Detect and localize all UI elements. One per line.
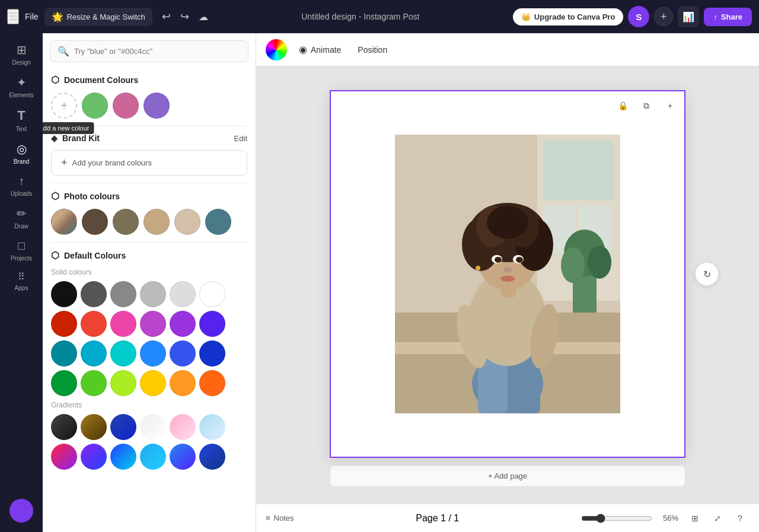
default-colours-icon: ⬡ (51, 250, 59, 261)
swatch-lightgreen[interactable] (81, 370, 107, 396)
swatch-lightgray[interactable] (140, 281, 166, 307)
swatch-verylightgray[interactable] (170, 281, 196, 307)
swatch-skyblue[interactable] (140, 340, 166, 367)
canvas-scroll-area[interactable]: 🔒 ⧉ + (256, 66, 759, 504)
svg-point-9 (561, 247, 585, 283)
zoom-slider-area: 56% (581, 514, 678, 523)
gradient-4[interactable] (140, 414, 166, 440)
color-wheel[interactable] (266, 39, 287, 60)
gradient-1[interactable] (51, 414, 77, 440)
swatch-yellowgreen[interactable] (110, 370, 136, 396)
grid-view-button[interactable]: ⊞ (685, 509, 704, 528)
gradient-11[interactable] (170, 444, 196, 470)
photo-colour-1[interactable] (82, 209, 108, 235)
search-icon: 🔍 (58, 46, 69, 57)
document-title: Untitled design - Instagram Post (214, 12, 507, 21)
swatch-teal[interactable] (51, 340, 77, 367)
swatch-black[interactable] (51, 281, 77, 307)
zoom-slider[interactable] (581, 514, 652, 523)
sidebar-item-uploads[interactable]: ↑ Uploads (0, 170, 43, 202)
sidebar-item-label-elements: Elements (9, 92, 34, 98)
gradient-8[interactable] (81, 444, 107, 470)
add-page-bar: + Add page (330, 458, 685, 487)
gradient-7[interactable] (51, 444, 77, 470)
notes-button[interactable]: ≡ Notes (266, 514, 294, 523)
design-icon: ⊞ (17, 43, 27, 57)
swatch-yellow[interactable] (140, 370, 166, 396)
swatch-gray[interactable] (110, 281, 136, 307)
sidebar-item-label-design: Design (12, 59, 30, 66)
redo-button[interactable]: ↪ (177, 8, 193, 26)
sidebar-item-draw[interactable]: ✏ Draw (0, 202, 43, 234)
main-area: ⊞ Design ✦ Elements T Text ◎ Brand ↑ Upl… (0, 33, 759, 532)
photo-colour-2[interactable] (113, 209, 139, 235)
sidebar-item-text[interactable]: T Text (0, 103, 43, 137)
swatch-red[interactable] (81, 311, 107, 337)
swatch-aqua[interactable] (110, 340, 136, 367)
zoom-percentage: 56% (657, 514, 678, 523)
swatch-cyan[interactable] (81, 340, 107, 367)
magic-switch-emoji: 🌟 (52, 11, 63, 23)
gradient-9[interactable] (110, 444, 136, 470)
gradient-10[interactable] (140, 444, 166, 470)
avatar-button[interactable]: S (628, 6, 649, 27)
text-icon: T (17, 108, 25, 123)
swatch-hotpink[interactable] (110, 311, 136, 337)
photo-colours-label: Photo colours (64, 192, 120, 201)
analytics-button[interactable]: 📊 (678, 6, 699, 27)
swatch-darkblue[interactable] (199, 340, 225, 367)
upgrade-button[interactable]: 👑 Upgrade to Canva Pro (513, 8, 624, 26)
canvas-toolbar: ◉ Animate Position (256, 33, 759, 66)
sidebar-item-brand[interactable]: ◎ Brand (0, 137, 43, 170)
sidebar-item-elements[interactable]: ✦ Elements (0, 71, 43, 103)
swatch-darkorange[interactable] (199, 370, 225, 396)
brand-icon: ◎ (17, 142, 27, 156)
sidebar-item-apps[interactable]: ⠿ Apps (0, 266, 43, 296)
doc-colour-3[interactable] (143, 93, 170, 119)
add-brand-colours-button[interactable]: + Add your brand colours (51, 150, 247, 176)
gradient-6[interactable] (199, 414, 225, 440)
doc-colour-1[interactable] (82, 93, 108, 119)
animate-button[interactable]: ◉ Animate (294, 40, 346, 59)
photo-colour-5[interactable] (205, 209, 231, 235)
swatch-orange[interactable] (170, 370, 196, 396)
position-button[interactable]: Position (353, 42, 392, 58)
sidebar-item-design[interactable]: ⊞ Design (0, 38, 43, 71)
gradient-5[interactable] (170, 414, 196, 440)
expand-icon-button[interactable]: + (661, 96, 680, 115)
photo-colour-3[interactable] (143, 209, 170, 235)
swatch-magenta[interactable] (140, 311, 166, 337)
share-button[interactable]: ↑ Share (704, 8, 752, 26)
add-new-colour-button[interactable]: + Add a new colour (51, 93, 77, 119)
photo-colour-photo[interactable] (51, 209, 77, 235)
help-button[interactable]: ? (731, 509, 750, 528)
swatch-darkred[interactable] (51, 311, 77, 337)
lock-icon-button[interactable]: 🔒 (613, 96, 632, 115)
doc-colour-2[interactable] (113, 93, 139, 119)
sidebar-item-projects[interactable]: □ Projects (0, 234, 43, 266)
gradient-3[interactable] (110, 414, 136, 440)
swatch-blue[interactable] (170, 340, 196, 367)
hamburger-button[interactable]: ☰ (7, 9, 19, 24)
canvas-refresh-button[interactable]: ↻ (695, 262, 719, 286)
photo-colour-4[interactable] (174, 209, 200, 235)
undo-button[interactable]: ↩ (158, 8, 174, 26)
resize-magic-switch-button[interactable]: 🌟 Resize & Magic Switch (44, 8, 152, 26)
cloud-save-button[interactable]: ☁ (199, 11, 208, 23)
search-input[interactable] (74, 47, 241, 56)
gradient-2[interactable] (81, 414, 107, 440)
edit-brand-kit-link[interactable]: Edit (234, 134, 247, 143)
bottom-left-dot-button[interactable] (9, 499, 33, 523)
swatch-green[interactable] (51, 370, 77, 396)
expand-view-button[interactable]: ⤢ (708, 509, 727, 528)
add-page-button[interactable]: + Add page (330, 465, 685, 487)
file-menu-button[interactable]: File (25, 12, 39, 21)
plus-button[interactable]: + (654, 7, 673, 26)
duplicate-icon-button[interactable]: ⧉ (637, 96, 656, 115)
swatch-darkgray[interactable] (81, 281, 107, 307)
swatch-white[interactable] (199, 281, 225, 307)
gradient-12[interactable] (199, 444, 225, 470)
swatch-purple[interactable] (199, 311, 225, 337)
swatch-violet[interactable] (170, 311, 196, 337)
svg-point-31 (500, 276, 515, 282)
